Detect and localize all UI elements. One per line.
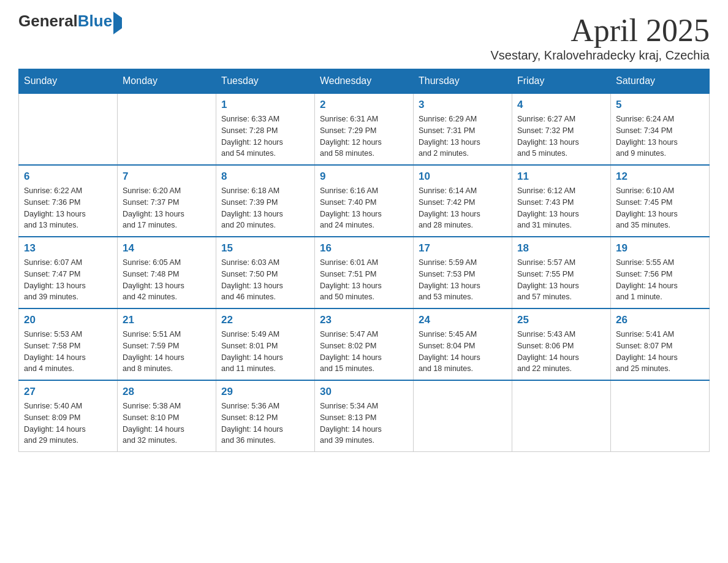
logo[interactable]: GeneralBlue bbox=[18, 12, 122, 30]
day-info: Sunrise: 5:36 AMSunset: 8:12 PMDaylight:… bbox=[221, 400, 309, 446]
logo-arrow-icon bbox=[113, 12, 122, 34]
day-number: 6 bbox=[24, 170, 112, 183]
calendar-week-row: 1Sunrise: 6:33 AMSunset: 7:28 PMDaylight… bbox=[19, 93, 710, 165]
day-number: 18 bbox=[517, 242, 605, 255]
day-info: Sunrise: 6:03 AMSunset: 7:50 PMDaylight:… bbox=[221, 257, 309, 303]
calendar-cell[interactable]: 19Sunrise: 5:55 AMSunset: 7:56 PMDayligh… bbox=[611, 237, 710, 308]
weekday-header-row: SundayMondayTuesdayWednesdayThursdayFrid… bbox=[19, 69, 710, 94]
calendar-cell[interactable]: 16Sunrise: 6:01 AMSunset: 7:51 PMDayligh… bbox=[315, 237, 414, 308]
day-number: 10 bbox=[419, 170, 507, 183]
calendar-cell[interactable]: 14Sunrise: 6:05 AMSunset: 7:48 PMDayligh… bbox=[118, 237, 216, 308]
day-number: 21 bbox=[123, 314, 211, 326]
day-number: 16 bbox=[320, 242, 408, 255]
calendar-cell[interactable]: 12Sunrise: 6:10 AMSunset: 7:45 PMDayligh… bbox=[611, 165, 710, 237]
day-info: Sunrise: 6:12 AMSunset: 7:43 PMDaylight:… bbox=[517, 185, 605, 231]
day-number: 9 bbox=[320, 170, 408, 183]
calendar-cell[interactable]: 23Sunrise: 5:47 AMSunset: 8:02 PMDayligh… bbox=[315, 308, 414, 380]
day-info: Sunrise: 6:27 AMSunset: 7:32 PMDaylight:… bbox=[517, 113, 605, 159]
day-info: Sunrise: 5:51 AMSunset: 7:59 PMDaylight:… bbox=[123, 329, 211, 375]
day-info: Sunrise: 5:38 AMSunset: 8:10 PMDaylight:… bbox=[123, 400, 211, 446]
day-info: Sunrise: 5:49 AMSunset: 8:01 PMDaylight:… bbox=[221, 329, 309, 375]
calendar-cell[interactable]: 28Sunrise: 5:38 AMSunset: 8:10 PMDayligh… bbox=[118, 380, 216, 452]
day-info: Sunrise: 5:41 AMSunset: 8:07 PMDaylight:… bbox=[616, 329, 704, 375]
day-number: 19 bbox=[616, 242, 704, 255]
day-info: Sunrise: 5:45 AMSunset: 8:04 PMDaylight:… bbox=[419, 329, 507, 375]
day-info: Sunrise: 5:57 AMSunset: 7:55 PMDaylight:… bbox=[517, 257, 605, 303]
calendar-cell[interactable]: 17Sunrise: 5:59 AMSunset: 7:53 PMDayligh… bbox=[414, 237, 512, 308]
day-info: Sunrise: 5:47 AMSunset: 8:02 PMDaylight:… bbox=[320, 329, 408, 375]
day-info: Sunrise: 6:24 AMSunset: 7:34 PMDaylight:… bbox=[616, 113, 704, 159]
calendar-cell[interactable]: 15Sunrise: 6:03 AMSunset: 7:50 PMDayligh… bbox=[216, 237, 315, 308]
day-info: Sunrise: 5:40 AMSunset: 8:09 PMDaylight:… bbox=[24, 400, 112, 446]
calendar-cell bbox=[611, 380, 710, 452]
day-info: Sunrise: 5:59 AMSunset: 7:53 PMDaylight:… bbox=[419, 257, 507, 303]
calendar-cell[interactable]: 4Sunrise: 6:27 AMSunset: 7:32 PMDaylight… bbox=[512, 93, 611, 165]
calendar-cell[interactable]: 7Sunrise: 6:20 AMSunset: 7:37 PMDaylight… bbox=[118, 165, 216, 237]
title-section: April 2025 Vsestary, Kralovehradecky kra… bbox=[490, 12, 710, 63]
calendar-cell[interactable]: 5Sunrise: 6:24 AMSunset: 7:34 PMDaylight… bbox=[611, 93, 710, 165]
day-number: 7 bbox=[123, 170, 211, 183]
day-number: 15 bbox=[221, 242, 309, 255]
calendar-header: SundayMondayTuesdayWednesdayThursdayFrid… bbox=[19, 69, 710, 94]
calendar-cell[interactable]: 29Sunrise: 5:36 AMSunset: 8:12 PMDayligh… bbox=[216, 380, 315, 452]
day-info: Sunrise: 6:16 AMSunset: 7:40 PMDaylight:… bbox=[320, 185, 408, 231]
location-title: Vsestary, Kralovehradecky kraj, Czechia bbox=[490, 48, 710, 63]
weekday-header-wednesday: Wednesday bbox=[315, 69, 414, 94]
calendar-cell bbox=[118, 93, 216, 165]
calendar-cell[interactable]: 10Sunrise: 6:14 AMSunset: 7:42 PMDayligh… bbox=[414, 165, 512, 237]
calendar-cell[interactable]: 18Sunrise: 5:57 AMSunset: 7:55 PMDayligh… bbox=[512, 237, 611, 308]
day-info: Sunrise: 5:53 AMSunset: 7:58 PMDaylight:… bbox=[24, 329, 112, 375]
calendar-cell bbox=[512, 380, 611, 452]
day-number: 1 bbox=[221, 99, 309, 111]
calendar-cell[interactable]: 11Sunrise: 6:12 AMSunset: 7:43 PMDayligh… bbox=[512, 165, 611, 237]
day-number: 29 bbox=[221, 386, 309, 398]
weekday-header-saturday: Saturday bbox=[611, 69, 710, 94]
day-number: 4 bbox=[517, 99, 605, 111]
day-number: 3 bbox=[419, 99, 507, 111]
calendar-cell[interactable]: 27Sunrise: 5:40 AMSunset: 8:09 PMDayligh… bbox=[19, 380, 118, 452]
day-number: 14 bbox=[123, 242, 211, 255]
weekday-header-tuesday: Tuesday bbox=[216, 69, 315, 94]
calendar-cell[interactable]: 25Sunrise: 5:43 AMSunset: 8:06 PMDayligh… bbox=[512, 308, 611, 380]
month-title: April 2025 bbox=[490, 12, 710, 48]
day-info: Sunrise: 6:18 AMSunset: 7:39 PMDaylight:… bbox=[221, 185, 309, 231]
day-number: 24 bbox=[419, 314, 507, 326]
calendar-cell[interactable]: 20Sunrise: 5:53 AMSunset: 7:58 PMDayligh… bbox=[19, 308, 118, 380]
day-number: 23 bbox=[320, 314, 408, 326]
day-number: 13 bbox=[24, 242, 112, 255]
calendar-table: SundayMondayTuesdayWednesdayThursdayFrid… bbox=[18, 69, 710, 452]
logo-general: General bbox=[18, 12, 78, 30]
calendar-cell[interactable]: 8Sunrise: 6:18 AMSunset: 7:39 PMDaylight… bbox=[216, 165, 315, 237]
calendar-cell[interactable]: 2Sunrise: 6:31 AMSunset: 7:29 PMDaylight… bbox=[315, 93, 414, 165]
day-info: Sunrise: 6:20 AMSunset: 7:37 PMDaylight:… bbox=[123, 185, 211, 231]
day-number: 12 bbox=[616, 170, 704, 183]
calendar-cell[interactable]: 9Sunrise: 6:16 AMSunset: 7:40 PMDaylight… bbox=[315, 165, 414, 237]
calendar-cell[interactable]: 3Sunrise: 6:29 AMSunset: 7:31 PMDaylight… bbox=[414, 93, 512, 165]
day-info: Sunrise: 6:10 AMSunset: 7:45 PMDaylight:… bbox=[616, 185, 704, 231]
calendar-cell[interactable]: 13Sunrise: 6:07 AMSunset: 7:47 PMDayligh… bbox=[19, 237, 118, 308]
calendar-cell[interactable]: 6Sunrise: 6:22 AMSunset: 7:36 PMDaylight… bbox=[19, 165, 118, 237]
weekday-header-friday: Friday bbox=[512, 69, 611, 94]
day-info: Sunrise: 6:01 AMSunset: 7:51 PMDaylight:… bbox=[320, 257, 408, 303]
day-number: 8 bbox=[221, 170, 309, 183]
day-info: Sunrise: 5:55 AMSunset: 7:56 PMDaylight:… bbox=[616, 257, 704, 303]
page-header: GeneralBlue April 2025 Vsestary, Kralove… bbox=[18, 12, 710, 63]
day-number: 28 bbox=[123, 386, 211, 398]
day-number: 20 bbox=[24, 314, 112, 326]
day-number: 22 bbox=[221, 314, 309, 326]
calendar-cell[interactable]: 24Sunrise: 5:45 AMSunset: 8:04 PMDayligh… bbox=[414, 308, 512, 380]
weekday-header-sunday: Sunday bbox=[19, 69, 118, 94]
day-number: 25 bbox=[517, 314, 605, 326]
day-number: 11 bbox=[517, 170, 605, 183]
calendar-cell bbox=[414, 380, 512, 452]
calendar-cell[interactable]: 21Sunrise: 5:51 AMSunset: 7:59 PMDayligh… bbox=[118, 308, 216, 380]
calendar-cell[interactable]: 22Sunrise: 5:49 AMSunset: 8:01 PMDayligh… bbox=[216, 308, 315, 380]
day-number: 17 bbox=[419, 242, 507, 255]
day-number: 2 bbox=[320, 99, 408, 111]
calendar-cell[interactable]: 26Sunrise: 5:41 AMSunset: 8:07 PMDayligh… bbox=[611, 308, 710, 380]
calendar-week-row: 6Sunrise: 6:22 AMSunset: 7:36 PMDaylight… bbox=[19, 165, 710, 237]
calendar-cell[interactable]: 30Sunrise: 5:34 AMSunset: 8:13 PMDayligh… bbox=[315, 380, 414, 452]
calendar-cell[interactable]: 1Sunrise: 6:33 AMSunset: 7:28 PMDaylight… bbox=[216, 93, 315, 165]
day-info: Sunrise: 6:22 AMSunset: 7:36 PMDaylight:… bbox=[24, 185, 112, 231]
day-number: 5 bbox=[616, 99, 704, 111]
